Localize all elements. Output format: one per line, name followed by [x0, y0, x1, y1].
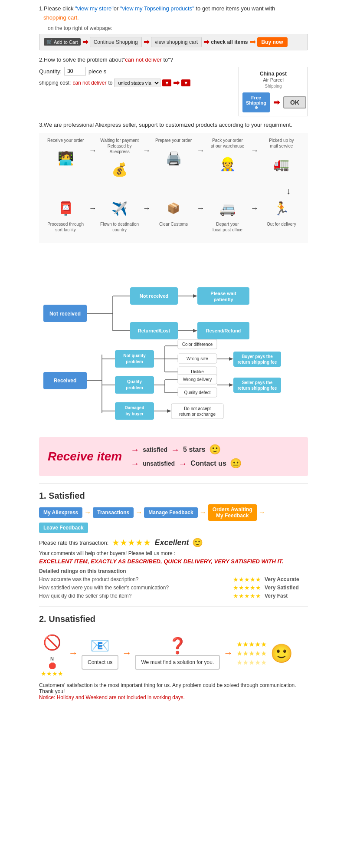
section-2: 2.How to solve the problem about"can not… — [39, 56, 308, 117]
five-stars: 5 stars — [183, 446, 206, 454]
can-not-deliver-title: can not deliver — [125, 56, 162, 63]
svg-text:Not received: Not received — [49, 311, 81, 317]
rating-label-2: How satisfied were you with the seller's… — [39, 585, 229, 591]
flow-item-3: Prepare your order 🖨️ — [151, 138, 196, 171]
view-cart-btn[interactable]: view shopping cart — [151, 37, 202, 47]
step3-text: 3.We are professional Aliexpress seller,… — [39, 122, 308, 128]
unsatisfied-label: unsatisfied — [143, 460, 175, 467]
arrow1: ➡ — [82, 38, 88, 46]
svg-marker-39 — [229, 357, 233, 361]
nav-manage-feedback[interactable]: Manage Feedback — [144, 507, 197, 518]
unsat-mini-icons: 🛑 — [49, 662, 56, 669]
unsat-email-block: 📧 Contact us — [82, 637, 118, 670]
nav-arrow-4: → — [259, 509, 265, 516]
excellent-comment: EXCELLENT ITEM, EXACTLY AS DESCRIBED, QU… — [39, 558, 308, 565]
star-1: ★★★★★ — [112, 537, 151, 548]
step2-left-panel: Quantity: piece s shipping cost: can not… — [39, 67, 230, 88]
cart-bar: 🛒 Add to Cart ➡ Continue Shopping ➡ view… — [39, 34, 308, 50]
receive-item-section: Receive item → satisfied → 5 stars 🙂 → u… — [39, 437, 308, 476]
china-post-panel: China post Air Parcel Shipping Free Ship… — [239, 67, 308, 116]
svg-marker-16 — [193, 329, 197, 332]
quantity-input[interactable] — [64, 67, 86, 76]
country-select[interactable]: unied states via — [114, 79, 160, 87]
svg-marker-56 — [229, 383, 233, 387]
cart-emoji: 🛒 — [46, 39, 52, 45]
flow-arrow-2: → — [142, 146, 151, 155]
satisfied-flow: → satisfied → 5 stars 🙂 — [131, 444, 220, 455]
quantity-row: Quantity: piece s — [39, 67, 230, 76]
ok-button[interactable]: OK — [283, 96, 306, 108]
svg-marker-8 — [193, 294, 197, 298]
view-store-link[interactable]: "view my store" — [75, 5, 114, 12]
view-topselling-link[interactable]: "view my Topselling products" — [120, 5, 194, 12]
nav-leave-feedback[interactable]: Leave Feedback — [39, 523, 88, 533]
svg-text:Seller pays the: Seller pays the — [242, 380, 273, 385]
unsatisfied-section: 2. Unsatisfied 🚫 N 🛑 ★★★★ → 📧 Contact us… — [39, 614, 308, 700]
step1-webpage-note: on the top right of webpage: — [48, 25, 308, 31]
arrow3: ➡ — [203, 38, 209, 46]
flow-arrow-4: → — [250, 146, 259, 155]
nav-transactions[interactable]: Transactions — [93, 507, 134, 518]
unsatisfied-flow: → unsatisfied → Contact us 😐 — [131, 458, 242, 469]
flow-icon-8: 📦 — [158, 195, 189, 221]
flow-icon-3: 🖨️ — [158, 145, 189, 171]
flow-label-5: Picked up bymail service — [269, 138, 294, 149]
nav-my-aliexpress[interactable]: My Aliexpress — [39, 507, 82, 518]
nav-orders-awaiting[interactable]: Orders AwaitingMy Feedback — [208, 504, 257, 521]
step2-title: 2.How to solve the problem about"can not… — [39, 56, 308, 65]
svg-rect-9 — [197, 287, 249, 305]
svg-text:Buyer pays the: Buyer pays the — [242, 354, 273, 359]
rating-stars-1: ★★★★★ — [233, 576, 261, 583]
final-smiley: 🙂 — [270, 643, 293, 664]
svg-text:Wrong size: Wrong size — [187, 356, 208, 361]
flow-arrow-8: → — [88, 204, 97, 213]
svg-text:problem: problem — [126, 359, 143, 364]
svg-text:by buyer: by buyer — [125, 411, 144, 416]
buy-now-btn[interactable]: Buy now — [257, 37, 288, 47]
rating-table: Detailed ratings on this transaction How… — [39, 568, 308, 599]
contact-us-box: Contact us — [82, 655, 118, 670]
arrow4: ➡ — [250, 38, 255, 46]
rating-stars-3: ★★★★★ — [233, 592, 261, 599]
step2-right-row: Free Shipping ⊕ ➡ OK — [242, 92, 304, 112]
comment-helper: Your comments will help other buyers! Pl… — [39, 550, 308, 556]
air-parcel-label: Air Parcel — [263, 77, 284, 82]
flow-icon-4: 👷 — [212, 151, 242, 177]
shipping-note: ⊕ — [246, 105, 266, 110]
rating-label-1: How accurate was the product description… — [39, 576, 229, 582]
flow-arrow-7: → — [142, 204, 151, 213]
check-all-label: check all items — [211, 39, 248, 45]
divider-2 — [39, 606, 308, 607]
must-find-box: We must find a solution for you. — [135, 655, 220, 670]
flow-label-8: Clear Customs — [159, 221, 188, 227]
footer-notice: Customers' satisfaction is the most impo… — [39, 682, 308, 694]
svg-text:return shipping fee: return shipping fee — [238, 360, 277, 365]
email-icon: 📧 — [90, 637, 110, 655]
smiley-neutral: 😐 — [230, 458, 242, 469]
flow-label-4: Pack your orderat our warehouse — [211, 138, 244, 149]
flow-arrow-1: → — [88, 146, 97, 155]
nav-arrow-3: → — [200, 509, 206, 516]
shipping-row: shipping cost: can not deliver to unied … — [39, 78, 230, 88]
cart-icon: 🛒 Add to Cart — [44, 38, 81, 46]
nav-arrow-1: → — [84, 509, 91, 516]
svg-text:Returned/Lost: Returned/Lost — [138, 328, 170, 333]
dropdown-arrow[interactable]: ▼ — [162, 79, 171, 86]
unsat-stars-row: ★★★★ — [41, 670, 63, 677]
china-post-header: China post Air Parcel Shipping — [242, 71, 304, 89]
rating-row-3: How quickly did the seller ship the item… — [39, 592, 308, 599]
flow-arrow-3: → — [196, 146, 205, 155]
step1-intro: 1.Please click "view my store"or "view m… — [39, 4, 308, 23]
unsat-arrow-1: → — [69, 648, 78, 659]
question-icon: ❓ — [168, 637, 187, 655]
step2-content: Quantity: piece s shipping cost: can not… — [39, 67, 308, 116]
rating-row-2: How satisfied were you with the seller's… — [39, 584, 308, 591]
arrow2: ➡ — [144, 38, 149, 46]
continue-shopping-btn[interactable]: Continue Shopping — [90, 37, 142, 47]
svg-text:return shipping fee: return shipping fee — [238, 386, 277, 391]
contact-us-label: Contact us — [190, 460, 226, 467]
svg-text:return or exchange: return or exchange — [179, 412, 216, 417]
flow-label-7: Depart yourlocal post office — [213, 221, 242, 233]
dropdown-arrow2[interactable]: ▼ — [181, 79, 190, 86]
flow-row-1: Receive your order 🧑‍💻 → Waiting for pay… — [43, 138, 304, 182]
